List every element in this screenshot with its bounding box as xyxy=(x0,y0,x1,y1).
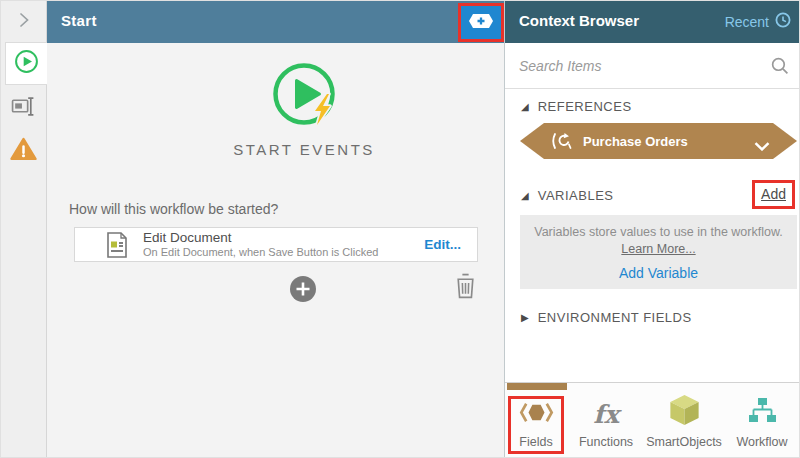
rail-tab-rename[interactable] xyxy=(1,95,46,121)
context-browser-toggle-button[interactable] xyxy=(458,3,504,42)
search-bar xyxy=(505,43,800,89)
workflow-tree-icon xyxy=(747,397,777,430)
context-browser-header: Context Browser Recent xyxy=(505,1,800,43)
left-rail xyxy=(1,1,47,457)
variables-info-text: Variables store values to use in the wor… xyxy=(520,225,797,239)
context-browser-panel: Context Browser Recent ◢ REFERENCES Purc… xyxy=(504,1,800,457)
workflow-designer: Start START EVENTS How will this workf xyxy=(0,0,800,458)
event-subtitle: On Edit Document, when Save Button is Cl… xyxy=(143,246,424,259)
design-canvas[interactable]: START EVENTS How will this workflow be s… xyxy=(47,43,504,457)
environment-fields-label: ENVIRONMENT FIELDS xyxy=(538,310,692,325)
recent-link[interactable]: Recent xyxy=(725,12,791,31)
active-tab-indicator xyxy=(507,383,567,390)
start-header: Start xyxy=(47,1,504,43)
tab-fields-label: Fields xyxy=(519,435,552,449)
tab-functions-label: Functions xyxy=(579,435,633,449)
variables-section-header[interactable]: ◢ VARIABLES xyxy=(521,188,614,203)
tab-workflow-label: Workflow xyxy=(736,435,787,449)
hexagon-plus-icon xyxy=(468,13,494,33)
variables-label: VARIABLES xyxy=(538,188,614,203)
start-events-node[interactable]: START EVENTS xyxy=(224,61,384,158)
start-events-icon xyxy=(271,113,337,130)
recent-label: Recent xyxy=(725,14,769,30)
add-variable-link[interactable]: Add Variable xyxy=(520,265,797,281)
section-expanded-icon: ◢ xyxy=(521,102,529,112)
clock-icon xyxy=(775,12,791,31)
tab-workflow[interactable]: Workflow xyxy=(723,383,800,457)
references-section-header[interactable]: ◢ REFERENCES xyxy=(521,99,632,114)
context-browser-title: Context Browser xyxy=(519,12,639,29)
chevron-down-icon[interactable] xyxy=(754,137,770,155)
variables-info-box: Variables store values to use in the wor… xyxy=(520,215,797,289)
learn-more-link[interactable]: Learn More... xyxy=(621,242,695,256)
trash-icon xyxy=(454,285,477,302)
search-icon[interactable] xyxy=(770,56,789,79)
expand-panel-button[interactable] xyxy=(1,9,46,35)
environment-fields-section-header[interactable]: ▶ ENVIRONMENT FIELDS xyxy=(521,310,692,325)
smartobject-reference-icon xyxy=(549,132,573,150)
start-panel: Start START EVENTS How will this workf xyxy=(47,1,504,457)
add-annotation-box: Add xyxy=(752,180,795,209)
delete-event-button[interactable] xyxy=(454,272,477,303)
plus-circle-icon xyxy=(290,288,316,305)
tab-smartobjects-label: SmartObjects xyxy=(646,435,722,449)
rename-icon xyxy=(11,95,36,122)
edit-event-link[interactable]: Edit... xyxy=(424,237,461,252)
tab-smartobjects[interactable]: SmartObjects xyxy=(645,383,723,457)
search-input[interactable] xyxy=(519,54,754,78)
event-title: Edit Document xyxy=(143,230,424,246)
reference-item-purchase-orders[interactable]: Purchase Orders xyxy=(520,123,797,159)
smartobjects-cube-icon xyxy=(669,394,700,430)
start-event-row[interactable]: Edit Document On Edit Document, when Sav… xyxy=(74,227,478,262)
section-collapsed-icon: ▶ xyxy=(521,313,529,323)
add-event-button[interactable] xyxy=(290,276,316,302)
start-events-label: START EVENTS xyxy=(224,141,384,158)
add-variable-link-small[interactable]: Add xyxy=(761,186,786,202)
fields-hexagon-icon xyxy=(518,399,555,430)
warning-icon xyxy=(10,137,37,165)
reference-item-label: Purchase Orders xyxy=(583,134,688,149)
workflow-start-question: How will this workflow be started? xyxy=(69,201,278,217)
chevron-right-icon xyxy=(15,11,33,33)
tab-fields[interactable]: Fields xyxy=(505,383,567,457)
tab-functions[interactable]: fx Functions xyxy=(567,383,645,457)
section-expanded-icon: ◢ xyxy=(521,191,529,201)
references-label: REFERENCES xyxy=(538,99,632,114)
rail-tab-start[interactable] xyxy=(5,42,47,85)
document-icon xyxy=(105,232,129,258)
functions-fx-icon: fx xyxy=(593,400,619,430)
rail-tab-warnings[interactable] xyxy=(1,137,46,165)
panel-title: Start xyxy=(61,12,97,29)
play-icon xyxy=(14,49,39,78)
context-browser-tabbar: Fields fx Functions SmartObjects Workflo… xyxy=(505,382,800,457)
event-text: Edit Document On Edit Document, when Sav… xyxy=(143,230,424,258)
